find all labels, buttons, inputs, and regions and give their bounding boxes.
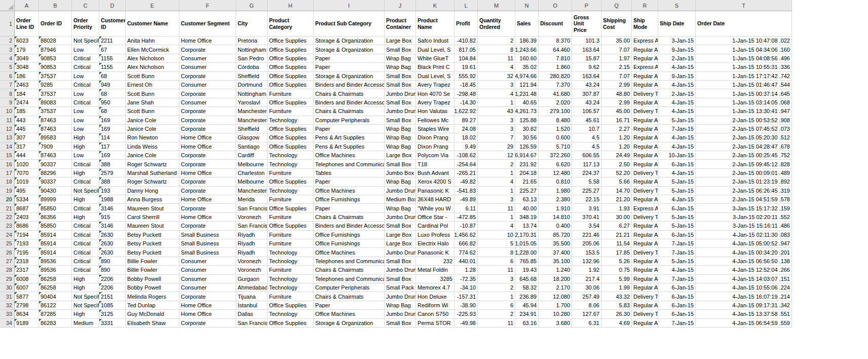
cell-F2[interactable]: Home Office [179, 37, 236, 45]
cell-E19[interactable]: Danny Hong [126, 187, 179, 195]
cell-B5[interactable]: 90853 [39, 63, 72, 71]
cell-R6[interactable]: Regular Air [632, 72, 658, 81]
row-header-23[interactable]: 23 [0, 222, 15, 230]
cell-E12[interactable]: Janice Cole [126, 125, 179, 133]
cell-Q30[interactable]: 1.99 [601, 283, 632, 292]
cell-K31[interactable]: Hon Deluxe [416, 292, 455, 301]
cell-S32[interactable]: 6-Jan-15 [658, 301, 696, 310]
cell-G21[interactable]: San Francisco [236, 204, 268, 212]
cell-P27[interactable]: 132.96 [572, 257, 601, 266]
cell-E7[interactable]: Ernest Oh [126, 81, 179, 89]
row-header-1[interactable]: 1 [0, 11, 15, 37]
cell-T21[interactable]: 3-Jan-15 15:17:32 .159 [696, 204, 792, 212]
cell-G16[interactable]: Melbourne [236, 160, 268, 168]
cell-D7[interactable]: 949 [99, 81, 126, 89]
cell-R12[interactable]: Regular Air [632, 125, 658, 133]
cell-L31[interactable]: -157.31 [455, 292, 478, 301]
cell-M19[interactable]: 1 [478, 187, 515, 195]
cell-Q19[interactable]: 14.70 [601, 187, 632, 195]
column-letter-R[interactable]: R [632, 0, 658, 11]
cell-G29[interactable]: Gurgaon [236, 275, 268, 283]
cell-M33[interactable]: 2 [478, 310, 515, 318]
cell-P22[interactable]: 370.41 [572, 213, 601, 222]
cell-C8[interactable]: Low [72, 89, 99, 98]
cell-O17[interactable]: 12.480 [539, 169, 572, 177]
cell-T13[interactable]: 2-Jan-15 05:20:30 .512 [696, 133, 792, 142]
cell-H14[interactable]: Office Supplies [268, 142, 314, 151]
row-header-25[interactable]: 25 [0, 239, 15, 248]
cell-N29[interactable]: 645.68 [515, 275, 539, 283]
cell-T23[interactable]: 3-Jan-15 15:16:11 .486 [696, 222, 792, 230]
cell-G10[interactable]: Manchester [236, 107, 268, 116]
row-header-21[interactable]: 21 [0, 204, 15, 212]
cell-S8[interactable]: 2-Jan-15 [658, 89, 696, 98]
cell-K30[interactable]: Memorex 4.7 [416, 283, 455, 292]
cell-T7[interactable]: 1-Jan-15 01:46:47 .544 [696, 81, 792, 89]
cell-T5[interactable]: 1-Jan-15 10:55:31 .336 [696, 63, 792, 71]
cell-I24[interactable]: Office Furnishings [314, 231, 385, 239]
cell-J12[interactable]: Wrap Bag [385, 125, 416, 133]
cell-R13[interactable]: Regular Air [632, 133, 658, 142]
cell-T34[interactable]: 4-Jan-15 06:54:59 .559 [696, 319, 792, 328]
cell-D8[interactable]: 68 [99, 89, 126, 98]
cell-N18[interactable]: 21.65 [515, 177, 539, 186]
row-header-9[interactable]: 9 [0, 98, 15, 107]
cell-K33[interactable]: Canon S750 [416, 310, 455, 318]
cell-L2[interactable]: -410.82 [455, 37, 478, 45]
cell-L12[interactable]: 24.08 [455, 125, 478, 133]
cell-K17[interactable]: Bush Advant [416, 169, 455, 177]
cell-A6[interactable]: 186 [15, 72, 39, 81]
cell-B10[interactable]: 37537 [39, 107, 72, 116]
cell-P5[interactable]: 9.62 [572, 63, 601, 71]
cell-J30[interactable]: Small Pack [385, 283, 416, 292]
cell-E23[interactable]: Maureen Stout [126, 222, 179, 230]
cell-G34[interactable]: San Francisco [236, 319, 268, 328]
cell-A13[interactable]: 307 [15, 133, 39, 142]
cell-S20[interactable]: 4-Jan-15 [658, 195, 696, 204]
cell-O8[interactable]: 41.680 [539, 89, 572, 98]
cell-K5[interactable]: Black Print C [416, 63, 455, 71]
cell-F10[interactable]: Corporate [179, 107, 236, 116]
cell-H18[interactable]: Office Supplies [268, 177, 314, 186]
cell-I13[interactable]: Pens & Art Supplies [314, 133, 385, 142]
cell-R3[interactable]: Regular Air [632, 45, 658, 54]
cell-R11[interactable]: Regular Air [632, 116, 658, 125]
cell-H16[interactable]: Technology [268, 160, 314, 168]
cell-G23[interactable]: San Francisco [236, 222, 268, 230]
cell-J19[interactable]: Jumbo Drum [385, 187, 416, 195]
cell-N20[interactable]: 63.13 [515, 195, 539, 204]
cell-D29[interactable]: 2206 [99, 275, 126, 283]
cell-D31[interactable]: 2151 [99, 292, 126, 301]
cell-A11[interactable]: 443 [15, 116, 39, 125]
cell-Q6[interactable]: 7.07 [601, 72, 632, 81]
cell-J8[interactable]: Jumbo Drum [385, 89, 416, 98]
cell-H5[interactable]: Office Supplies [268, 63, 314, 71]
cell-K11[interactable]: Fellowes Mc [416, 116, 455, 125]
cell-M13[interactable]: 7 [478, 133, 515, 142]
cell-B24[interactable]: 85914 [39, 231, 72, 239]
cell-J3[interactable]: Small Box [385, 45, 416, 54]
cell-B32[interactable]: 86122 [39, 301, 72, 310]
cell-B34[interactable]: 86283 [39, 319, 72, 328]
cell-L24[interactable]: 1,456.62 [455, 231, 478, 239]
cell-I15[interactable]: Office Machines [314, 151, 385, 160]
cell-S16[interactable]: 6-Jan-15 [658, 160, 696, 168]
cell-J28[interactable]: Jumbo Drum [385, 266, 416, 274]
cell-R22[interactable]: Delivery Truck [632, 213, 658, 222]
cell-M18[interactable]: 4 [478, 177, 515, 186]
cell-R34[interactable]: Regular Air [632, 319, 658, 328]
cell-J23[interactable]: Small Box [385, 222, 416, 230]
cell-J10[interactable]: Jumbo Drum [385, 107, 416, 116]
cell-J31[interactable]: Jumbo Drum [385, 292, 416, 301]
cell-S5[interactable]: 4-Jan-15 [658, 63, 696, 71]
cell-E32[interactable]: Ted Dunlap [126, 301, 179, 310]
cell-T11[interactable]: 2-Jan-15 00:53:52 .908 [696, 116, 792, 125]
cell-F12[interactable]: Corporate [179, 125, 236, 133]
cell-C5[interactable]: Critical [72, 63, 99, 71]
cell-I22[interactable]: Chairs & Chairmats [314, 213, 385, 222]
cell-J6[interactable]: Small Box [385, 72, 416, 81]
cell-M16[interactable]: 2 [478, 160, 515, 168]
cell-O9[interactable]: 2.020 [539, 98, 572, 107]
cell-K3[interactable]: Dual Level, S [416, 45, 455, 54]
cell-R9[interactable]: Regular Air [632, 98, 658, 107]
